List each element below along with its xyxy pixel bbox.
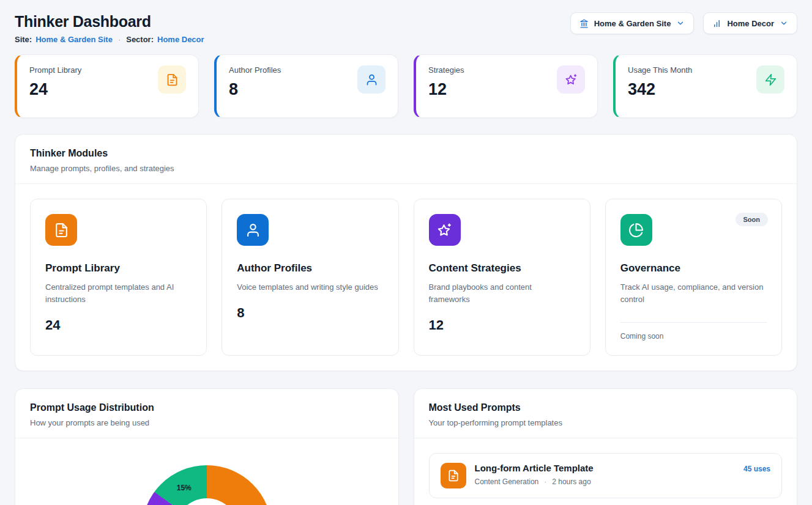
donut-chart: 15% — [142, 465, 272, 505]
modules-panel: Thinker Modules Manage prompts, profiles… — [15, 134, 797, 371]
prompt-list-item[interactable]: Long-form Article Template Content Gener… — [429, 453, 783, 498]
stat-text: Strategies 12 — [428, 65, 464, 107]
stat-card-prompt-library: Prompt Library 24 — [15, 54, 199, 118]
stat-card-usage: Usage This Month 342 — [613, 54, 797, 118]
sparkle-star-icon — [557, 65, 585, 94]
sector-selector-dropdown[interactable]: Home Decor — [703, 12, 797, 34]
site-label: Site: — [15, 35, 32, 44]
user-icon — [237, 214, 269, 246]
prompt-item-category: Content Generation — [475, 477, 539, 486]
header-left: Thinker Dashboard Site: Home & Garden Si… — [15, 12, 204, 44]
module-card-prompt-library[interactable]: Prompt Library Centralized prompt templa… — [30, 199, 207, 356]
module-count: 12 — [429, 317, 575, 333]
divider — [15, 438, 398, 438]
usage-distribution-panel: Prompt Usage Distribution How your promp… — [15, 388, 399, 505]
stat-card-author-profiles: Author Profiles 8 — [214, 54, 398, 118]
bar-chart-icon — [712, 19, 721, 28]
chart-area: 15% — [15, 465, 398, 505]
module-card-author-profiles[interactable]: Author Profiles Voice templates and writ… — [222, 199, 398, 356]
module-description: Track AI usage, compliance, and version … — [620, 281, 765, 306]
module-title: Governance — [620, 262, 767, 275]
usage-panel-subtitle: How your prompts are being used — [30, 418, 384, 427]
prompt-item-title: Long-form Article Template — [475, 463, 735, 473]
bottom-row: Prompt Usage Distribution How your promp… — [15, 388, 797, 505]
sector-selector-label: Home Decor — [727, 19, 774, 28]
divider — [620, 322, 767, 323]
modules-panel-header: Thinker Modules Manage prompts, profiles… — [15, 135, 797, 183]
sector-label: Sector: — [126, 35, 154, 44]
prompt-item-meta: Content Generation · 2 hours ago — [475, 477, 735, 486]
module-title: Author Profiles — [237, 262, 383, 275]
stats-row: Prompt Library 24 Author Profiles 8 Stra… — [15, 54, 797, 118]
module-card-governance[interactable]: Soon Governance Track AI usage, complian… — [605, 199, 782, 356]
stat-text: Usage This Month 342 — [628, 65, 692, 107]
module-description: Centralized prompt templates and AI inst… — [45, 281, 190, 306]
stat-label: Author Profiles — [229, 65, 281, 75]
usage-panel-title: Prompt Usage Distribution — [30, 402, 384, 413]
most-used-prompts-panel: Most Used Prompts Your top-performing pr… — [414, 388, 798, 505]
prompt-list: Long-form Article Template Content Gener… — [414, 438, 797, 505]
coming-soon-label: Coming soon — [620, 332, 767, 341]
site-sector-subtitle: Site: Home & Garden Site · Sector: Home … — [15, 35, 204, 44]
pie-chart-icon — [620, 214, 652, 246]
sector-link[interactable]: Home Decor — [157, 35, 204, 44]
stat-text: Author Profiles 8 — [229, 65, 281, 107]
stat-value: 24 — [29, 80, 81, 99]
stat-label: Strategies — [428, 65, 464, 75]
header-controls: Home & Garden Site Home Decor — [570, 12, 797, 34]
prompt-item-time: 2 hours ago — [552, 477, 590, 486]
meta-separator: · — [544, 477, 546, 486]
stat-text: Prompt Library 24 — [29, 65, 81, 107]
page-header: Thinker Dashboard Site: Home & Garden Si… — [15, 12, 797, 44]
stat-value: 342 — [628, 80, 692, 99]
modules-panel-title: Thinker Modules — [30, 148, 782, 159]
prompt-item-body: Long-form Article Template Content Gener… — [475, 463, 735, 488]
module-count: 8 — [237, 305, 383, 321]
stat-label: Prompt Library — [29, 65, 81, 75]
modules-panel-subtitle: Manage prompts, profiles, and strategies — [30, 164, 782, 173]
module-description: Brand playbooks and content frameworks — [429, 281, 573, 306]
stat-label: Usage This Month — [628, 65, 692, 75]
dashboard-page: Thinker Dashboard Site: Home & Garden Si… — [0, 0, 812, 505]
prompts-panel-header: Most Used Prompts Your top-performing pr… — [414, 389, 797, 438]
document-icon — [158, 65, 186, 94]
stat-value: 12 — [428, 80, 464, 99]
subtitle-separator: · — [116, 35, 122, 44]
prompts-panel-title: Most Used Prompts — [429, 402, 783, 413]
uses-badge: 45 uses — [743, 463, 770, 488]
module-card-content-strategies[interactable]: Content Strategies Brand playbooks and c… — [414, 199, 590, 356]
module-description: Voice templates and writing style guides — [237, 281, 381, 293]
chevron-down-icon — [780, 19, 788, 28]
page-title: Thinker Dashboard — [15, 12, 204, 31]
module-title: Content Strategies — [429, 262, 575, 275]
usage-panel-header: Prompt Usage Distribution How your promp… — [15, 389, 398, 438]
stat-value: 8 — [229, 80, 281, 99]
stat-card-strategies: Strategies 12 — [414, 54, 598, 118]
document-icon — [441, 463, 466, 488]
building-icon — [579, 19, 589, 28]
lightning-icon — [756, 65, 784, 94]
document-icon — [45, 214, 77, 246]
chevron-down-icon — [676, 19, 685, 28]
site-selector-label: Home & Garden Site — [594, 19, 671, 28]
module-count: 24 — [45, 317, 192, 333]
donut-segment-label: 15% — [177, 484, 192, 492]
prompts-panel-subtitle: Your top-performing prompt templates — [429, 418, 783, 427]
soon-badge: Soon — [736, 213, 769, 226]
module-title: Prompt Library — [45, 262, 192, 275]
user-icon — [357, 65, 386, 94]
sparkle-star-icon — [429, 214, 461, 246]
site-selector-dropdown[interactable]: Home & Garden Site — [570, 12, 695, 34]
modules-grid: Prompt Library Centralized prompt templa… — [15, 184, 797, 370]
site-link[interactable]: Home & Garden Site — [35, 35, 113, 44]
